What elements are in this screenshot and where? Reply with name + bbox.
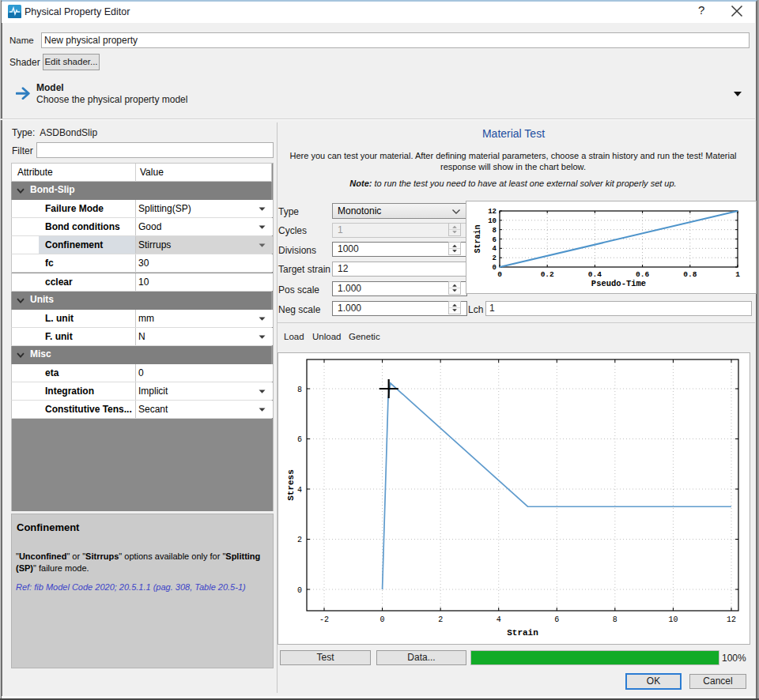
svg-text:10: 10 — [668, 615, 678, 624]
svg-text:0.2: 0.2 — [541, 270, 554, 279]
svg-text:0.6: 0.6 — [636, 270, 649, 279]
svg-text:12: 12 — [488, 208, 497, 216]
svg-text:0: 0 — [497, 270, 502, 279]
svg-text:6: 6 — [554, 615, 559, 624]
svg-text:6: 6 — [493, 236, 497, 244]
svg-text:Stress: Stress — [286, 469, 296, 501]
svg-text:2: 2 — [438, 615, 443, 624]
svg-text:1: 1 — [735, 270, 740, 279]
svg-text:2: 2 — [297, 536, 302, 544]
svg-text:2: 2 — [493, 254, 497, 262]
svg-text:6: 6 — [297, 435, 302, 444]
svg-text:4: 4 — [493, 245, 497, 253]
svg-text:8: 8 — [297, 386, 302, 394]
svg-text:Strain: Strain — [507, 628, 538, 638]
svg-text:Pseudo-Time: Pseudo-Time — [591, 279, 646, 288]
svg-text:0.4: 0.4 — [588, 270, 602, 279]
svg-text:12: 12 — [727, 615, 736, 624]
svg-text:0: 0 — [380, 615, 385, 624]
svg-text:8: 8 — [493, 227, 497, 235]
svg-text:4: 4 — [497, 615, 501, 624]
svg-text:0: 0 — [493, 264, 497, 272]
svg-text:-2: -2 — [319, 615, 329, 624]
svg-text:10: 10 — [488, 217, 497, 225]
svg-text:Strain: Strain — [474, 224, 482, 253]
svg-text:4: 4 — [297, 486, 302, 495]
svg-text:8: 8 — [613, 615, 617, 624]
svg-text:0.8: 0.8 — [683, 270, 697, 279]
svg-text:0: 0 — [297, 586, 302, 595]
